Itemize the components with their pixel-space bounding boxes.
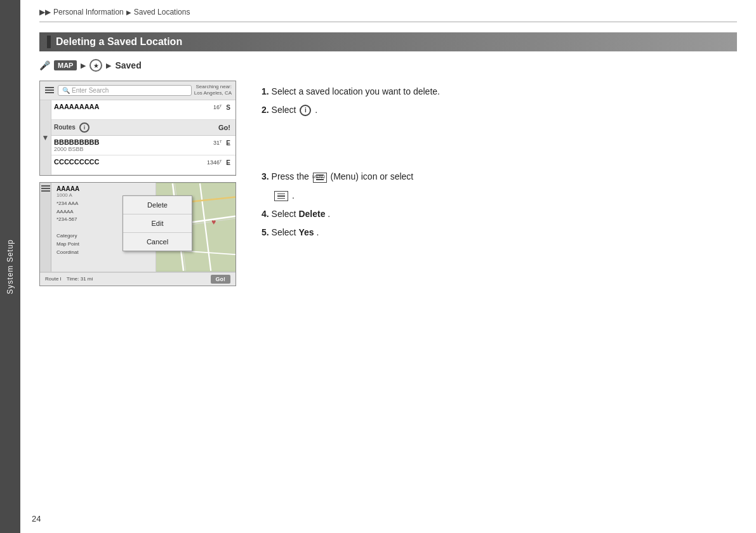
list-item-3-sub	[54, 166, 230, 172]
section-title: Deleting a Saved Location	[56, 36, 182, 48]
screenshots-column: 🔍 Enter Search Searching near: Los Angel…	[39, 81, 242, 286]
info-icon: i	[300, 105, 311, 116]
breadcrumb-arrows: ▶▶	[39, 8, 51, 16]
step-1-num: 1.	[262, 86, 269, 96]
info-circle-icon[interactable]: i	[79, 122, 90, 133]
step-2-num: 2.	[262, 105, 269, 115]
menu-label-small: MENU	[312, 173, 326, 181]
list-item-2-dist: 31ᵀ	[213, 140, 222, 146]
list-item-1-dist: 16ᵀ	[213, 104, 222, 110]
step-3-text2: (Menu) icon or select	[331, 171, 414, 181]
section-heading: Deleting a Saved Location	[39, 32, 737, 51]
svg-text:♥: ♥	[211, 217, 216, 226]
searching-near: Searching near: Los Angeles, CA	[194, 84, 232, 97]
list-item-1-type: S	[226, 104, 230, 111]
screen1-topbar: 🔍 Enter Search Searching near: Los Angel…	[40, 81, 235, 100]
hamburger-icon[interactable]	[45, 87, 55, 93]
search-icon: 🔍	[62, 87, 70, 94]
down-arrow-icon: ▼	[42, 133, 50, 142]
screen1-wrapper: 🔍 Enter Search Searching near: Los Angel…	[39, 81, 242, 176]
go-button-2[interactable]: Go!	[211, 275, 231, 284]
heading-bar-icon	[47, 36, 51, 48]
path-row: 🎤 MAP ▶ ★ ▶ Saved	[39, 59, 737, 72]
content-area: 🔍 Enter Search Searching near: Los Angel…	[39, 81, 737, 286]
step-4: 4. Select Delete .	[262, 206, 737, 222]
menu-lines-2	[277, 194, 285, 199]
list-item-1-name: AAAAAAAAA	[54, 103, 230, 110]
step-5-period: .	[316, 227, 319, 237]
hamburger-icon-2[interactable]	[41, 185, 50, 192]
list-item-3[interactable]: CCCCCCCCC 1346ᵀ E	[40, 155, 235, 175]
search-box[interactable]: 🔍 Enter Search	[58, 85, 192, 96]
delete-button[interactable]: Delete	[123, 196, 192, 214]
edit-button[interactable]: Edit	[123, 214, 192, 233]
sidebar-label: System Setup	[6, 239, 15, 294]
path-saved-label: Saved	[115, 60, 141, 70]
step-1-text: Select a saved location you want to dele…	[272, 86, 440, 96]
screen1: 🔍 Enter Search Searching near: Los Angel…	[39, 81, 236, 176]
step-5: 5. Select Yes .	[262, 225, 737, 240]
route-info: Route I	[45, 276, 62, 282]
menu-icon-inline-2	[274, 191, 288, 201]
path-arrow-1: ▶	[81, 62, 86, 70]
step-5-num: 5.	[262, 227, 269, 237]
search-placeholder: Enter Search	[72, 87, 109, 94]
step-3-text: Press the	[272, 171, 312, 181]
step-4-num: 4.	[262, 209, 269, 219]
instructions-column: 1. Select a saved location you want to d…	[262, 81, 737, 286]
list-item-1-sub	[54, 110, 230, 117]
list-item-2[interactable]: BBBBBBBBB 2000 BSBB 31ᵀ E	[40, 136, 235, 155]
list-item-2-type: E	[226, 140, 230, 147]
main-content: ▶▶ Personal Information ▶ Saved Location…	[20, 0, 756, 533]
list-item-3-dist: 1346ᵀ	[207, 159, 222, 166]
map-badge: MAP	[54, 60, 77, 70]
breadcrumb-separator: ▶	[126, 9, 131, 16]
screen2-item-name: AAAAA	[56, 185, 150, 192]
instruction-list: 1. Select a saved location you want to d…	[262, 84, 737, 240]
step-3-cont: .	[262, 188, 737, 204]
screen2: AAAAA 1000 A *234 AAA AAAAA *234-567 Cat…	[39, 182, 236, 286]
step-3-num: 3.	[262, 171, 269, 181]
step-5-bold: Yes	[298, 227, 314, 237]
routes-row: Routes i Go!	[40, 120, 235, 136]
list-item-3-type: E	[226, 159, 230, 166]
list-item-1[interactable]: AAAAAAAAA 16ᵀ S	[40, 100, 235, 120]
screen2-bottom-bar: Route I Time: 31 mi Go!	[40, 272, 235, 286]
step-4-text: Select	[272, 209, 299, 219]
step-4-period: .	[328, 209, 330, 219]
breadcrumb: ▶▶ Personal Information ▶ Saved Location…	[39, 8, 737, 16]
step-4-bold: Delete	[298, 209, 325, 219]
page-number: 24	[32, 514, 41, 523]
overlay-menu: Delete Edit Cancel	[123, 195, 192, 251]
list-item-2-sub: 2000 BSBB	[54, 146, 230, 152]
routes-label[interactable]: Routes	[54, 124, 76, 131]
cancel-button[interactable]: Cancel	[123, 233, 192, 251]
star-circle-icon: ★	[90, 59, 102, 72]
breadcrumb-item-1: Personal Information	[53, 8, 124, 16]
go-button[interactable]: Go!	[218, 124, 230, 131]
path-arrow-2: ▶	[106, 62, 111, 70]
step-2-period: .	[315, 105, 317, 115]
menu-icon-inline: MENU	[313, 173, 327, 183]
scroll-down-indicator[interactable]: ▼	[40, 100, 51, 175]
screen2-sidebar	[40, 183, 51, 272]
step-2-text: Select	[272, 105, 299, 115]
step-3-period: .	[292, 190, 295, 201]
breadcrumb-item-2: Saved Locations	[134, 8, 190, 16]
time-info: Time: 31 mi	[67, 276, 93, 282]
list-item-3-name: CCCCCCCCC	[54, 158, 230, 166]
step-2: 2. Select i .	[262, 102, 737, 118]
mic-icon: 🎤	[39, 60, 50, 70]
list-items-container: AAAAAAAAA 16ᵀ S Routes i Go!	[40, 100, 235, 175]
step-5-text: Select	[272, 227, 299, 237]
step-3: 3. Press the MENU (Menu) icon or select	[262, 169, 737, 185]
breadcrumb-divider	[39, 22, 737, 22]
screen2-wrapper: AAAAA 1000 A *234 AAA AAAAA *234-567 Cat…	[39, 182, 242, 286]
sidebar: System Setup	[0, 0, 20, 533]
step-1: 1. Select a saved location you want to d…	[262, 84, 737, 100]
list-item-2-name: BBBBBBBBB	[54, 138, 230, 146]
